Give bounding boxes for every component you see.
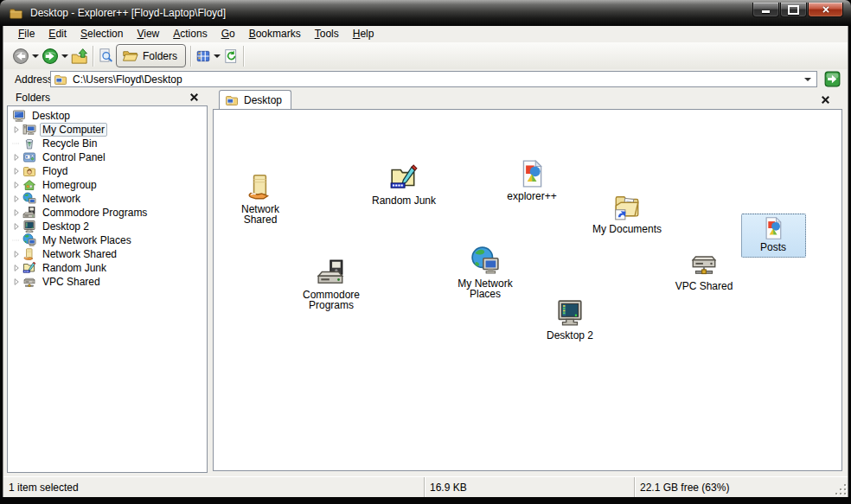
file-item-explorer-[interactable]: explorer++ bbox=[493, 159, 571, 201]
expand-arrow-icon[interactable] bbox=[10, 124, 22, 135]
tab-close-button[interactable] bbox=[819, 93, 832, 106]
address-path: C:\Users\Floyd\Desktop bbox=[73, 73, 804, 86]
menu-view[interactable]: View bbox=[130, 26, 166, 42]
forward-dropdown-icon[interactable] bbox=[61, 54, 68, 58]
tree-item-network-shared[interactable]: Network Shared bbox=[8, 247, 207, 261]
views-dropdown-icon[interactable] bbox=[214, 54, 221, 58]
recycle-bin-icon bbox=[22, 137, 36, 150]
folders-toggle-button[interactable]: Folders bbox=[116, 44, 186, 67]
close-icon bbox=[820, 3, 832, 16]
file-item-label: VPC Shared bbox=[675, 281, 733, 291]
explorerpp-doc-icon bbox=[761, 216, 785, 240]
folder-tree: DesktopMy ComputerRecycle BinControl Pan… bbox=[7, 105, 208, 473]
file-item-label: Network Shared bbox=[231, 204, 290, 225]
up-button[interactable] bbox=[71, 45, 88, 67]
statusbar: 1 item selected 16.9 KB 22.1 GB free (63… bbox=[3, 476, 848, 497]
menubar: FileEditSelectionViewActionsGoBookmarksT… bbox=[3, 26, 848, 42]
expand-arrow-icon[interactable] bbox=[10, 194, 22, 204]
file-item-vpc-shared[interactable]: VPC Shared bbox=[665, 249, 743, 291]
computer-icon bbox=[22, 123, 36, 137]
refresh-button[interactable] bbox=[223, 45, 239, 67]
minimize-button[interactable] bbox=[752, 3, 779, 17]
menu-tools[interactable]: Tools bbox=[308, 26, 346, 42]
tree-item-homegroup[interactable]: Homegroup bbox=[8, 178, 207, 192]
file-item-posts[interactable]: Posts bbox=[741, 214, 806, 258]
tree-item-network[interactable]: Network bbox=[8, 192, 207, 206]
my-documents-icon bbox=[612, 192, 642, 221]
search-button[interactable] bbox=[98, 45, 114, 67]
forward-button[interactable] bbox=[42, 45, 59, 67]
tree-item-label: Floyd bbox=[40, 164, 70, 178]
file-item-label: explorer++ bbox=[507, 191, 556, 201]
tree-item-control-panel[interactable]: Control Panel bbox=[8, 150, 207, 164]
network-drive-icon bbox=[689, 249, 719, 278]
address-dropdown-icon[interactable] bbox=[804, 78, 811, 81]
tree-item-desktop-2[interactable]: Desktop 2 bbox=[8, 220, 207, 233]
file-item-label: Commodore Programs bbox=[302, 290, 361, 310]
toolbar-separator bbox=[93, 46, 93, 67]
menu-edit[interactable]: Edit bbox=[42, 26, 74, 42]
tree-item-recycle-bin[interactable]: Recycle Bin bbox=[8, 137, 207, 150]
status-size: 16.9 KB bbox=[424, 477, 634, 497]
menu-go[interactable]: Go bbox=[214, 26, 242, 42]
tree-item-commodore-programs[interactable]: Commodore Programs bbox=[8, 206, 207, 220]
tree-item-my-network-places[interactable]: My Network Places bbox=[8, 233, 207, 247]
tree-item-label: Recycle Bin bbox=[40, 137, 99, 150]
shared-folder-icon bbox=[22, 247, 36, 261]
file-item-label: Desktop 2 bbox=[547, 330, 593, 341]
tree-item-label: Network Shared bbox=[40, 247, 119, 261]
explorerpp-doc-icon bbox=[517, 159, 547, 188]
tree-item-label: Commodore Programs bbox=[40, 206, 150, 220]
expand-arrow-icon[interactable] bbox=[10, 180, 22, 190]
views-button[interactable] bbox=[195, 45, 211, 67]
menu-actions[interactable]: Actions bbox=[166, 26, 214, 42]
expand-arrow-icon[interactable] bbox=[10, 152, 22, 163]
file-item-random-junk[interactable]: Random Junk bbox=[365, 163, 443, 206]
expand-arrow-icon[interactable] bbox=[10, 277, 22, 287]
window-border-right bbox=[848, 26, 848, 497]
file-item-commodore-programs[interactable]: Commodore Programs bbox=[302, 258, 361, 310]
tree-line bbox=[10, 138, 22, 149]
go-button[interactable] bbox=[822, 71, 843, 87]
file-item-my-documents[interactable]: My Documents bbox=[588, 192, 666, 234]
expand-arrow-icon[interactable] bbox=[10, 263, 22, 273]
file-item-network-shared[interactable]: Network Shared bbox=[231, 172, 290, 225]
client-area: FileEditSelectionViewActionsGoBookmarksT… bbox=[3, 26, 848, 497]
file-view[interactable]: Network SharedRandom Junkexplorer++My Do… bbox=[213, 109, 842, 471]
desktop-icon bbox=[12, 109, 26, 123]
maximize-button[interactable] bbox=[780, 3, 807, 17]
tree-item-my-computer[interactable]: My Computer bbox=[8, 123, 207, 137]
menu-bookmarks[interactable]: Bookmarks bbox=[242, 26, 308, 42]
network-drive-icon bbox=[22, 275, 36, 289]
tree-item-vpc-shared[interactable]: VPC Shared bbox=[8, 275, 207, 289]
menu-file[interactable]: File bbox=[11, 26, 42, 42]
file-item-label: My Documents bbox=[592, 224, 662, 234]
shared-folder-icon bbox=[246, 172, 275, 201]
monitor-icon bbox=[555, 298, 585, 328]
tree-item-label: Desktop bbox=[29, 109, 73, 123]
back-dropdown-icon[interactable] bbox=[32, 54, 39, 58]
tree-item-label: VPC Shared bbox=[40, 275, 103, 289]
expand-arrow-icon[interactable] bbox=[10, 166, 22, 176]
close-button[interactable] bbox=[808, 3, 843, 17]
folder-pencil-icon bbox=[389, 163, 419, 193]
tree-item-label: My Network Places bbox=[40, 233, 134, 247]
address-input[interactable]: C:\Users\Floyd\Desktop bbox=[50, 71, 817, 87]
menu-help[interactable]: Help bbox=[346, 26, 381, 42]
homegroup-icon bbox=[22, 178, 36, 192]
resize-grip[interactable] bbox=[835, 483, 846, 494]
folders-panel-close-button[interactable] bbox=[188, 91, 201, 104]
back-button[interactable] bbox=[12, 45, 29, 67]
tab-desktop[interactable]: Desktop bbox=[219, 90, 291, 110]
file-item-my-network-places[interactable]: My Network Places bbox=[456, 246, 515, 299]
tree-item-random-junk[interactable]: Random Junk bbox=[8, 261, 207, 275]
expand-arrow-icon[interactable] bbox=[10, 221, 22, 232]
tree-item-floyd[interactable]: Floyd bbox=[8, 164, 207, 178]
file-item-label: My Network Places bbox=[456, 278, 515, 299]
tree-item-desktop[interactable]: Desktop bbox=[8, 109, 207, 123]
menu-selection[interactable]: Selection bbox=[74, 26, 130, 42]
file-item-desktop-2[interactable]: Desktop 2 bbox=[531, 298, 609, 341]
expand-arrow-icon[interactable] bbox=[10, 249, 22, 259]
expand-arrow-icon[interactable] bbox=[10, 207, 22, 218]
tree-item-label: Control Panel bbox=[40, 150, 108, 164]
